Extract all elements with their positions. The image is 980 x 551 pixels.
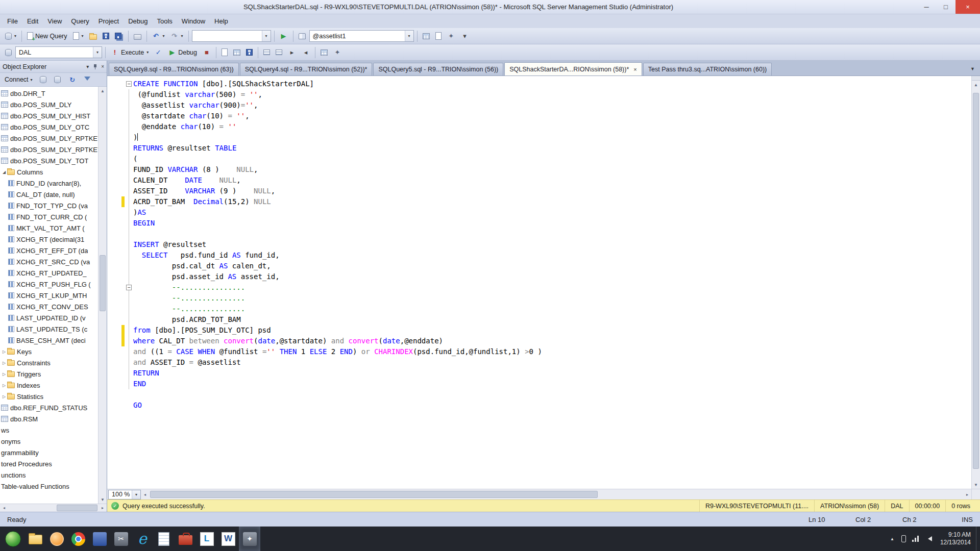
tree-item[interactable]: BASE_CSH_AMT (deci [0, 335, 98, 346]
scroll-thumb[interactable] [973, 93, 979, 469]
document-tab[interactable]: SQLShackStarterDA...RION\ssimon (58))*× [504, 62, 642, 76]
debug-button[interactable]: ▶Debug [166, 47, 199, 58]
scroll-right-icon[interactable]: ▸ [99, 506, 107, 510]
code-line[interactable]: INSERT @resultset [107, 239, 971, 250]
tree-item[interactable]: dbo.REF_FUND_STATUS [0, 402, 98, 413]
print-icon[interactable] [132, 31, 143, 41]
document-tab[interactable]: SQLQuery8.sql - R9...TRION\ssimon (63)) [109, 63, 239, 76]
tree-item[interactable]: MKT_VAL_TOT_AMT ( [0, 222, 98, 234]
tree-vertical-scrollbar[interactable]: ▲ ▼ [98, 87, 107, 504]
code-editor[interactable]: −CREATE FUNCTION [dbo].[SQLShackStarterD… [107, 76, 971, 489]
tree-item[interactable]: LAST_UPDATED_TS (c [0, 323, 98, 335]
hidden-icons-chevron[interactable]: ▲ [886, 537, 898, 541]
tree-item[interactable]: Table-valued Functions [0, 481, 98, 492]
tree-expand-arrow[interactable]: ▷ [1, 394, 7, 399]
server-group-icon[interactable]: ▾ [3, 31, 18, 41]
tree-horizontal-scrollbar[interactable]: ◂ ▸ [0, 504, 107, 512]
clock[interactable]: 9:10 AM 12/13/2014 [935, 531, 976, 546]
tree-item[interactable]: ▷Indexes [0, 380, 98, 391]
scroll-up-icon[interactable]: ▲ [972, 81, 980, 89]
connect-button[interactable]: Connect ▾ [3, 75, 35, 84]
active-files-chevron-icon[interactable]: ▼ [967, 65, 978, 73]
close-icon[interactable]: × [101, 64, 104, 69]
window-position-icon[interactable]: ▾ [86, 64, 89, 69]
tree-item[interactable]: ▷Keys [0, 346, 98, 357]
maximize-button[interactable]: □ [936, 0, 955, 14]
file-explorer-icon[interactable] [24, 527, 46, 551]
tree-item[interactable]: grammability [0, 447, 98, 458]
cancel-query-icon[interactable]: ■ [201, 47, 213, 58]
code-line[interactable]: −CREATE FUNCTION [dbo].[SQLShackStarterD… [107, 79, 971, 89]
code-line[interactable]: GO [107, 400, 971, 411]
ssms-icon[interactable]: ✦ [239, 527, 260, 551]
new-query-button[interactable]: New Query [25, 31, 69, 41]
code-line[interactable]: ACRD_TOT_BAM Decimal(15,2) NULL [107, 196, 971, 207]
snipping-tool-icon[interactable]: ✂ [110, 527, 132, 551]
tree-item[interactable]: ▷Statistics [0, 391, 98, 402]
code-line[interactable]: ASSET_ID VARCHAR (9 ) NULL, [107, 186, 971, 196]
scroll-thumb[interactable] [150, 491, 598, 498]
chrome-icon[interactable] [67, 527, 89, 551]
uncomment-icon[interactable] [274, 48, 284, 57]
specify-values-icon[interactable] [318, 48, 330, 57]
activity-monitor-icon[interactable] [297, 32, 308, 41]
network-icon[interactable] [912, 536, 919, 542]
zoom-combo[interactable]: 100 % ▾ [108, 490, 141, 499]
tree-item[interactable]: dbo.POS_SUM_DLY [0, 99, 98, 110]
code-line[interactable]: @assetlist varchar(900)='', [107, 100, 971, 111]
code-line[interactable]: psd.cal_dt AS calen_dt, [107, 261, 971, 271]
scroll-left-icon[interactable]: ◂ [0, 506, 8, 510]
code-line[interactable]: )AS [107, 207, 971, 218]
device-icon[interactable] [901, 535, 906, 542]
tree-item[interactable]: ▷Constraints [0, 357, 98, 368]
object-explorer-tree[interactable]: dbo.DHR_Tdbo.POS_SUM_DLYdbo.POS_SUM_DLY_… [0, 87, 98, 504]
available-databases-icon[interactable] [3, 47, 14, 58]
menu-window[interactable]: Window [177, 15, 210, 28]
internet-explorer-icon[interactable]: e [132, 527, 153, 551]
word-icon[interactable]: W [217, 527, 239, 551]
tree-expand-arrow[interactable]: ▷ [1, 372, 7, 377]
toolbox-icon[interactable] [175, 527, 196, 551]
code-line[interactable]: where CAL_DT between convert(date,@start… [107, 336, 971, 346]
tree-item[interactable]: dbo.POS_SUM_DLY_HIST [0, 110, 98, 121]
scroll-up-icon[interactable]: ▲ [99, 87, 107, 95]
menu-file[interactable]: File [3, 15, 22, 28]
database-combo[interactable]: DAL▾ [15, 46, 102, 58]
menu-view[interactable]: View [43, 15, 66, 28]
filter-icon[interactable] [82, 74, 92, 85]
object-explorer-header[interactable]: Object Explorer ▾ × [0, 61, 107, 73]
refresh-icon[interactable]: ↻ [66, 74, 79, 85]
results-to-grid-icon[interactable] [231, 48, 242, 57]
document-tab[interactable]: SQLQuery5.sql - R9...TRION\ssimon (56)) [373, 63, 503, 76]
tree-item[interactable]: dbo.POS_SUM_DLY_RPTKEY [0, 144, 98, 155]
tree-item[interactable]: ▷Triggers [0, 368, 98, 380]
tree-item[interactable]: XCHG_RT_SRC_CD (va [0, 256, 98, 267]
tree-item[interactable]: XCHG_RT_CONV_DES [0, 301, 98, 312]
parse-icon[interactable]: ✓ [152, 47, 164, 58]
disconnect-server-icon[interactable] [52, 74, 63, 85]
menu-edit[interactable]: Edit [22, 15, 43, 28]
tree-item[interactable]: FUND_ID (varchar(8), [0, 178, 98, 189]
undo-icon[interactable]: ↶▾ [150, 31, 167, 41]
tree-item[interactable]: XCHG_RT_LKUP_MTH [0, 290, 98, 301]
tree-item[interactable]: dbo.POS_SUM_DLY_TOT [0, 155, 98, 166]
lync-icon[interactable]: L [196, 527, 217, 551]
scroll-thumb[interactable] [57, 505, 97, 511]
code-line[interactable]: --............... [107, 293, 971, 304]
results-to-text-icon[interactable] [219, 47, 230, 58]
chevron-down-icon[interactable]: ▾ [132, 490, 140, 499]
code-line[interactable]: SELECT psd.fund_id AS fund_id, [107, 250, 971, 261]
menu-help[interactable]: Help [210, 15, 233, 28]
code-line[interactable]: FUND_ID VARCHAR (8 ) NULL, [107, 164, 971, 175]
tree-item[interactable]: unctions [0, 469, 98, 481]
redo-icon[interactable]: ↷▾ [168, 31, 185, 41]
media-player-icon[interactable] [46, 527, 67, 551]
tree-item[interactable]: XCHG_RT_EFF_DT (da [0, 245, 98, 256]
menu-tools[interactable]: Tools [153, 15, 177, 28]
collapse-region-icon[interactable]: − [126, 81, 132, 87]
tree-item[interactable]: FND_TOT_CURR_CD ( [0, 211, 98, 222]
code-line[interactable]: RETURNS @resultset TABLE [107, 143, 971, 154]
scroll-left-icon[interactable]: ◂ [141, 492, 149, 497]
menu-project[interactable]: Project [94, 15, 124, 28]
document-tab[interactable]: SQLQuery4.sql - R9...TRION\ssimon (52))* [240, 63, 373, 76]
